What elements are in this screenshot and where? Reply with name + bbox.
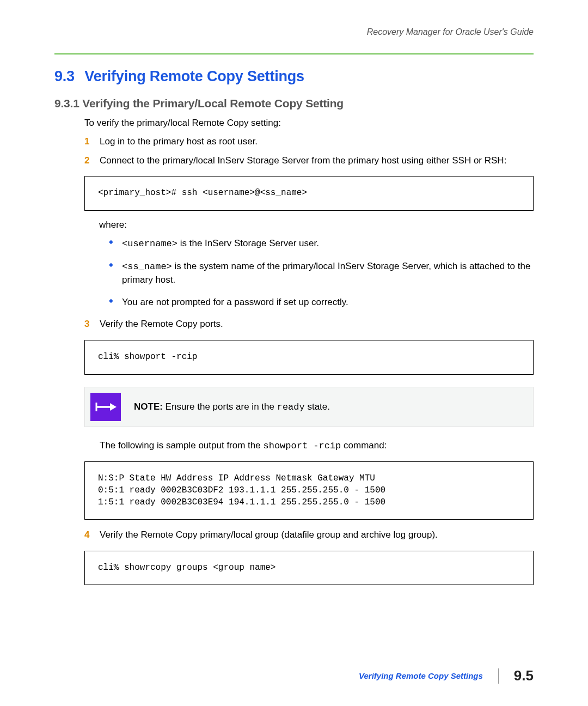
intro-text: To verify the primary/local Remote Copy …	[84, 118, 534, 129]
where-item: <ss_name> is the system name of the prim…	[109, 260, 534, 287]
subsection-title: Verifying the Primary/Local Remote Copy …	[82, 97, 344, 109]
step-text: Log in to the primary host as root user.	[100, 136, 258, 147]
footer-page-number: 9.5	[514, 667, 534, 684]
code-block-showrcopy: cli% showrcopy groups <group name>	[84, 551, 534, 586]
page-footer: Verifying Remote Copy Settings 9.5	[54, 667, 534, 684]
where-text: is the InServ Storage Server user.	[177, 238, 319, 248]
doc-header-title: Recovery Manager for Oracle User's Guide	[54, 27, 534, 37]
step-number: 3	[84, 318, 89, 331]
section-heading: 9.3 Verifying Remote Copy Settings	[54, 68, 534, 85]
code-block-ssh: <primary_host># ssh <username>@<ss_name>	[84, 176, 534, 211]
note-post: state.	[305, 401, 330, 412]
footer-divider	[498, 668, 499, 684]
step-text: Connect to the primary/local InServ Stor…	[100, 155, 506, 166]
section-number: 9.3	[54, 68, 81, 85]
step-number: 1	[84, 135, 89, 149]
code-block-showport: cli% showport -rcip	[84, 340, 534, 375]
section-title: Verifying Remote Copy Settings	[84, 68, 304, 84]
sample-output-intro: The following is sample output from the …	[100, 439, 534, 453]
step-number: 2	[84, 154, 89, 168]
step-text: Verify the Remote Copy ports.	[100, 319, 223, 329]
where-code: <username>	[122, 239, 177, 249]
code-block-showport-output: N:S:P State HW Address IP Address Netmas…	[84, 461, 534, 520]
step-item: 2 Connect to the primary/local InServ St…	[84, 154, 534, 168]
where-text: is the system name of the primary/local …	[122, 261, 530, 285]
note-pre: Ensure the ports are in the	[163, 401, 277, 412]
where-item: <username> is the InServ Storage Server …	[109, 237, 534, 251]
sample-code: showport -rcip	[263, 441, 341, 451]
note-text: NOTE: Ensure the ports are in the ready …	[134, 401, 330, 412]
note-block: NOTE: Ensure the ports are in the ready …	[84, 387, 534, 427]
note-arrow-icon	[90, 393, 121, 421]
note-label: NOTE:	[134, 401, 163, 412]
step-item: 1 Log in to the primary host as root use…	[84, 135, 534, 149]
subsection-number: 9.3.1	[54, 97, 79, 109]
where-label: where:	[99, 220, 534, 230]
footer-section-title: Verifying Remote Copy Settings	[359, 671, 483, 680]
step-item: 4 Verify the Remote Copy primary/local g…	[84, 528, 534, 542]
note-code: ready	[277, 402, 305, 412]
sample-pre: The following is sample output from the	[100, 440, 263, 451]
subsection-heading: 9.3.1 Verifying the Primary/Local Remote…	[54, 97, 534, 110]
sample-post: command:	[341, 440, 387, 451]
step-text: Verify the Remote Copy primary/local gro…	[100, 530, 438, 540]
where-text: You are not prompted for a password if s…	[122, 297, 348, 307]
where-code: <ss_name>	[122, 261, 172, 272]
where-item: You are not prompted for a password if s…	[109, 296, 534, 309]
step-number: 4	[84, 528, 89, 542]
svg-marker-1	[110, 403, 117, 411]
step-item: 3 Verify the Remote Copy ports.	[84, 318, 534, 331]
header-rule	[54, 53, 534, 54]
